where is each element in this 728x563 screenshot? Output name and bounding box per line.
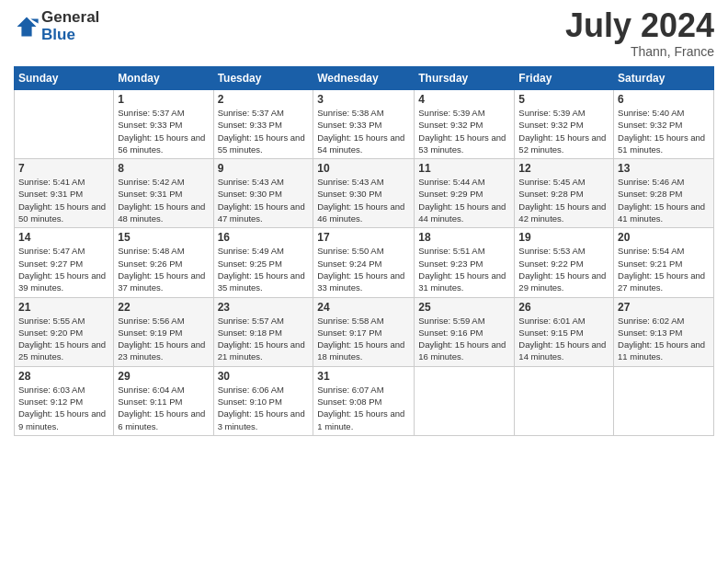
day-info: Sunrise: 5:50 AM Sunset: 9:24 PM Dayligh… <box>317 245 410 293</box>
day-info: Sunrise: 5:58 AM Sunset: 9:17 PM Dayligh… <box>317 315 410 363</box>
day-number: 6 <box>618 93 710 106</box>
day-info: Sunrise: 5:45 AM Sunset: 9:28 PM Dayligh… <box>518 176 609 224</box>
day-number: 16 <box>218 231 310 244</box>
day-info: Sunrise: 5:40 AM Sunset: 9:32 PM Dayligh… <box>618 107 710 155</box>
day-number: 23 <box>218 301 310 314</box>
day-number: 5 <box>518 93 609 106</box>
calendar-cell: 3Sunrise: 5:38 AM Sunset: 9:33 PM Daylig… <box>313 90 415 159</box>
calendar-cell: 17Sunrise: 5:50 AM Sunset: 9:24 PM Dayli… <box>313 228 415 297</box>
calendar-cell <box>15 90 114 159</box>
calendar-cell: 4Sunrise: 5:39 AM Sunset: 9:32 PM Daylig… <box>415 90 515 159</box>
calendar-cell: 2Sunrise: 5:37 AM Sunset: 9:33 PM Daylig… <box>213 90 313 159</box>
calendar-week-3: 14Sunrise: 5:47 AM Sunset: 9:27 PM Dayli… <box>15 228 714 297</box>
day-info: Sunrise: 5:39 AM Sunset: 9:32 PM Dayligh… <box>518 107 609 155</box>
day-header-thursday: Thursday <box>415 67 515 90</box>
day-info: Sunrise: 6:06 AM Sunset: 9:10 PM Dayligh… <box>218 384 310 432</box>
day-number: 15 <box>118 231 209 244</box>
calendar-cell <box>614 366 714 435</box>
day-info: Sunrise: 5:51 AM Sunset: 9:23 PM Dayligh… <box>418 245 510 293</box>
calendar-cell: 24Sunrise: 5:58 AM Sunset: 9:17 PM Dayli… <box>313 297 415 366</box>
calendar-cell: 28Sunrise: 6:03 AM Sunset: 9:12 PM Dayli… <box>15 366 114 435</box>
calendar-cell: 26Sunrise: 6:01 AM Sunset: 9:15 PM Dayli… <box>515 297 614 366</box>
calendar-cell: 23Sunrise: 5:57 AM Sunset: 9:18 PM Dayli… <box>213 297 313 366</box>
day-number: 7 <box>18 162 109 175</box>
day-info: Sunrise: 5:37 AM Sunset: 9:33 PM Dayligh… <box>218 107 310 155</box>
day-info: Sunrise: 6:02 AM Sunset: 9:13 PM Dayligh… <box>618 315 710 363</box>
page: General Blue July 2024 Thann, France Sun… <box>0 0 728 563</box>
day-info: Sunrise: 6:07 AM Sunset: 9:08 PM Dayligh… <box>317 384 410 432</box>
calendar-cell: 6Sunrise: 5:40 AM Sunset: 9:32 PM Daylig… <box>614 90 714 159</box>
day-number: 26 <box>518 301 609 314</box>
day-info: Sunrise: 5:46 AM Sunset: 9:28 PM Dayligh… <box>618 176 710 224</box>
day-info: Sunrise: 5:43 AM Sunset: 9:30 PM Dayligh… <box>317 176 410 224</box>
day-info: Sunrise: 5:49 AM Sunset: 9:25 PM Dayligh… <box>218 245 310 293</box>
calendar-cell: 12Sunrise: 5:45 AM Sunset: 9:28 PM Dayli… <box>515 159 614 228</box>
day-number: 21 <box>18 301 109 314</box>
calendar-cell: 22Sunrise: 5:56 AM Sunset: 9:19 PM Dayli… <box>114 297 213 366</box>
day-number: 31 <box>317 370 410 383</box>
day-info: Sunrise: 5:59 AM Sunset: 9:16 PM Dayligh… <box>418 315 510 363</box>
day-info: Sunrise: 5:47 AM Sunset: 9:27 PM Dayligh… <box>18 245 109 293</box>
day-number: 18 <box>418 231 510 244</box>
calendar-cell: 30Sunrise: 6:06 AM Sunset: 9:10 PM Dayli… <box>213 366 313 435</box>
day-info: Sunrise: 5:55 AM Sunset: 9:20 PM Dayligh… <box>18 315 109 363</box>
day-number: 14 <box>18 231 109 244</box>
day-info: Sunrise: 6:04 AM Sunset: 9:11 PM Dayligh… <box>118 384 209 432</box>
calendar-week-1: 1Sunrise: 5:37 AM Sunset: 9:33 PM Daylig… <box>15 90 714 159</box>
day-info: Sunrise: 5:39 AM Sunset: 9:32 PM Dayligh… <box>418 107 510 155</box>
day-number: 30 <box>218 370 310 383</box>
day-header-tuesday: Tuesday <box>213 67 313 90</box>
day-header-wednesday: Wednesday <box>313 67 415 90</box>
calendar-cell: 1Sunrise: 5:37 AM Sunset: 9:33 PM Daylig… <box>114 90 213 159</box>
calendar-cell: 13Sunrise: 5:46 AM Sunset: 9:28 PM Dayli… <box>614 159 714 228</box>
day-number: 11 <box>418 162 510 175</box>
day-info: Sunrise: 5:57 AM Sunset: 9:18 PM Dayligh… <box>218 315 310 363</box>
calendar-cell: 16Sunrise: 5:49 AM Sunset: 9:25 PM Dayli… <box>213 228 313 297</box>
location: Thann, France <box>565 44 714 59</box>
calendar-cell: 19Sunrise: 5:53 AM Sunset: 9:22 PM Dayli… <box>515 228 614 297</box>
day-number: 17 <box>317 231 410 244</box>
day-number: 27 <box>618 301 710 314</box>
day-info: Sunrise: 6:03 AM Sunset: 9:12 PM Dayligh… <box>18 384 109 432</box>
day-number: 20 <box>618 231 710 244</box>
calendar-cell: 29Sunrise: 6:04 AM Sunset: 9:11 PM Dayli… <box>114 366 213 435</box>
month-title: July 2024 <box>565 9 714 42</box>
logo-text: General Blue <box>41 9 99 43</box>
day-number: 1 <box>118 93 209 106</box>
day-number: 12 <box>518 162 609 175</box>
calendar-cell: 10Sunrise: 5:43 AM Sunset: 9:30 PM Dayli… <box>313 159 415 228</box>
day-header-friday: Friday <box>515 67 614 90</box>
calendar-header-row: SundayMondayTuesdayWednesdayThursdayFrid… <box>15 67 714 90</box>
calendar-cell <box>415 366 515 435</box>
day-number: 2 <box>218 93 310 106</box>
calendar-cell: 31Sunrise: 6:07 AM Sunset: 9:08 PM Dayli… <box>313 366 415 435</box>
day-info: Sunrise: 5:53 AM Sunset: 9:22 PM Dayligh… <box>518 245 609 293</box>
day-info: Sunrise: 5:56 AM Sunset: 9:19 PM Dayligh… <box>118 315 209 363</box>
day-info: Sunrise: 5:42 AM Sunset: 9:31 PM Dayligh… <box>118 176 209 224</box>
day-number: 3 <box>317 93 410 106</box>
calendar-week-2: 7Sunrise: 5:41 AM Sunset: 9:31 PM Daylig… <box>15 159 714 228</box>
day-number: 4 <box>418 93 510 106</box>
day-number: 19 <box>518 231 609 244</box>
calendar-table: SundayMondayTuesdayWednesdayThursdayFrid… <box>14 66 714 436</box>
day-header-sunday: Sunday <box>15 67 114 90</box>
calendar-cell: 7Sunrise: 5:41 AM Sunset: 9:31 PM Daylig… <box>15 159 114 228</box>
calendar-cell: 21Sunrise: 5:55 AM Sunset: 9:20 PM Dayli… <box>15 297 114 366</box>
day-number: 28 <box>18 370 109 383</box>
day-info: Sunrise: 5:43 AM Sunset: 9:30 PM Dayligh… <box>218 176 310 224</box>
day-info: Sunrise: 5:54 AM Sunset: 9:21 PM Dayligh… <box>618 245 710 293</box>
day-info: Sunrise: 5:44 AM Sunset: 9:29 PM Dayligh… <box>418 176 510 224</box>
calendar-cell: 25Sunrise: 5:59 AM Sunset: 9:16 PM Dayli… <box>415 297 515 366</box>
day-number: 8 <box>118 162 209 175</box>
calendar-week-5: 28Sunrise: 6:03 AM Sunset: 9:12 PM Dayli… <box>15 366 714 435</box>
day-number: 9 <box>218 162 310 175</box>
calendar-cell: 11Sunrise: 5:44 AM Sunset: 9:29 PM Dayli… <box>415 159 515 228</box>
calendar-cell: 9Sunrise: 5:43 AM Sunset: 9:30 PM Daylig… <box>213 159 313 228</box>
day-number: 25 <box>418 301 510 314</box>
calendar-week-4: 21Sunrise: 5:55 AM Sunset: 9:20 PM Dayli… <box>15 297 714 366</box>
calendar-cell: 18Sunrise: 5:51 AM Sunset: 9:23 PM Dayli… <box>415 228 515 297</box>
calendar-cell: 27Sunrise: 6:02 AM Sunset: 9:13 PM Dayli… <box>614 297 714 366</box>
day-info: Sunrise: 5:48 AM Sunset: 9:26 PM Dayligh… <box>118 245 209 293</box>
logo-icon <box>14 14 40 40</box>
day-header-monday: Monday <box>114 67 213 90</box>
